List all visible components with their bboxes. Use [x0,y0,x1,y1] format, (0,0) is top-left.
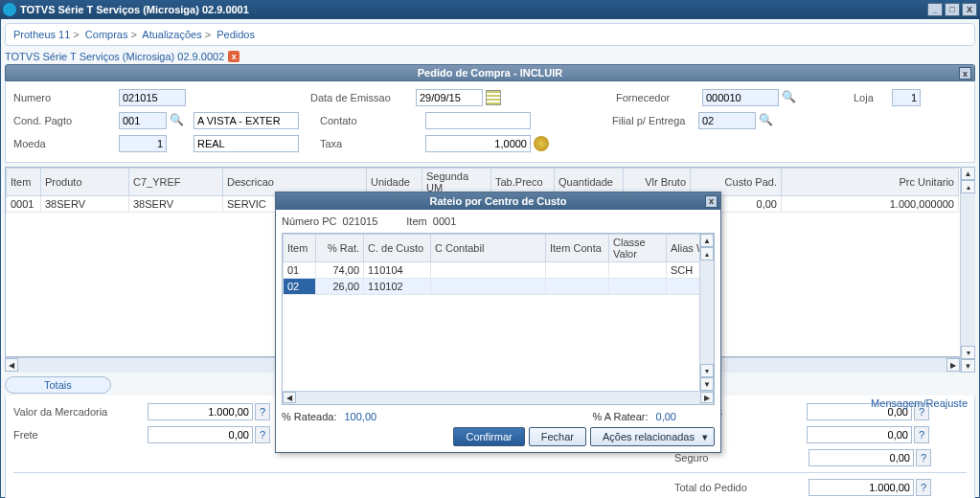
form-close-icon[interactable]: x [959,67,971,79]
cell-prcunit[interactable]: 1.000,000000 [782,196,959,213]
modal-confirmar-button[interactable]: Confirmar [453,427,524,446]
col-item[interactable]: Item [7,169,41,196]
mcol-itemconta[interactable]: Item Conta [546,235,609,262]
scroll-down2-icon[interactable]: ▾ [961,346,975,359]
col-prcunit[interactable]: Prc Unitario [782,169,959,196]
scroll-left-icon[interactable]: ◀ [5,358,18,372]
label-seguro: Seguro [674,452,809,464]
label-total: Total do Pedido [674,482,809,493]
cond-search-icon[interactable]: 🔍 [169,113,184,128]
filial-input[interactable] [698,112,756,129]
label-cond: Cond. Pagto [13,115,119,126]
fornecedor-search-icon[interactable]: 🔍 [781,90,796,105]
mcol-classe[interactable]: Classe Valor [609,235,667,262]
minimize-btn[interactable]: _ [927,3,943,16]
taxa-input[interactable] [425,135,531,152]
help-icon[interactable]: ? [916,479,931,496]
cond-desc [194,112,299,129]
label-loja: Loja [854,92,892,103]
label-data: Data de Emissao [310,92,416,103]
modal-header-row: Item % Rat. C. de Custo C Contabil Item … [284,235,714,262]
tab-label[interactable]: TOTVS Série T Serviços (Microsiga) 02.9.… [5,51,224,62]
crumb-3[interactable]: Pedidos [217,29,255,40]
crumb-2[interactable]: Atualizações [142,29,201,40]
label-frete: Frete [13,429,148,441]
label-moeda: Moeda [13,138,119,149]
scroll-up2-icon[interactable]: ▴ [961,180,975,193]
subtab-totais[interactable]: Totais [5,376,111,394]
help-icon[interactable]: ? [916,449,931,466]
label-mercadoria: Valor da Mercadoria [13,406,148,418]
mercadoria-value [148,403,253,420]
coins-icon [534,136,549,151]
close-window-btn[interactable]: X [962,3,977,16]
mcol-cc[interactable]: C. de Custo [364,235,431,262]
modal-grid[interactable]: Item % Rat. C. de Custo C Contabil Item … [282,233,715,405]
m-scroll-up2-icon[interactable]: ▴ [700,247,714,260]
grid-vscroll[interactable]: ▲ ▴ ▾ ▼ [960,167,975,373]
cell-produto[interactable]: 38SERV [41,196,129,213]
subtab-mensagem[interactable]: Mensagem/Reajuste [871,397,968,409]
tab-bar: TOTVS Série T Serviços (Microsiga) 02.9.… [5,51,975,62]
cell-c7yref[interactable]: 38SERV [129,196,223,213]
cell-item[interactable]: 0001 [7,196,41,213]
moeda-desc [194,135,299,152]
col-c7yref[interactable]: C7_YREF [129,169,223,196]
modal-acoes-button[interactable]: Ações relacionadas [590,427,715,446]
label-filial: Filial p/ Entrega [612,115,698,126]
maximize-btn[interactable]: □ [945,3,960,16]
scroll-up-icon[interactable]: ▲ [961,167,975,180]
moeda-input[interactable] [119,135,167,152]
numeropc-value: 021015 [343,215,378,227]
label-contato: Contato [320,115,425,126]
modal-hscroll[interactable]: ◀ ▶ [283,391,714,404]
label-modal-item: Item [406,215,426,227]
m-scroll-down2-icon[interactable]: ▾ [700,364,714,377]
form-panel: Numero Data de Emissao Fornecedor 🔍 Loja… [5,81,975,163]
mcol-ccont[interactable]: C Contabil [431,235,546,262]
crumb-1[interactable]: Compras [85,29,128,40]
modal-title: Rateio por Centro de Custo [429,195,566,207]
help-icon[interactable]: ? [914,426,929,443]
modal-fechar-button[interactable]: Fechar [529,427,586,446]
m-scroll-up-icon[interactable]: ▲ [700,234,714,247]
modal-buttons: Confirmar Fechar Ações relacionadas [282,427,715,446]
filial-search-icon[interactable]: 🔍 [758,113,773,128]
calendar-icon[interactable] [486,90,501,105]
tab-close-icon[interactable]: x [228,51,239,62]
label-numero: Numero [13,92,119,103]
window-title: TOTVS Série T Serviços (Microsiga) 02.9.… [20,4,249,15]
scroll-down-icon[interactable]: ▼ [961,359,975,373]
label-taxa: Taxa [320,138,425,149]
data-emissao-input[interactable] [416,89,483,106]
help-icon[interactable]: ? [255,403,270,420]
contato-input[interactable] [425,112,531,129]
cond-input[interactable] [119,112,167,129]
m-scroll-down-icon[interactable]: ▼ [700,377,714,391]
label-numeropc: Número PC [282,215,336,227]
help-icon[interactable]: ? [255,426,270,443]
loja-input[interactable] [892,89,921,106]
rateada-value: 100,00 [344,411,376,422]
fornecedor-input[interactable] [702,89,779,106]
modal-row-selected[interactable]: 02 26,00 110102 [284,279,714,295]
form-header-title: Pedido de Compra - INCLUIR [418,67,563,79]
label-aratear: % A Ratear: [592,411,648,422]
crumb-0[interactable]: Protheus 11 [13,29,70,40]
mcol-item[interactable]: Item [284,235,316,262]
total-value [809,479,914,496]
despesas-value [807,426,912,443]
m-scroll-left-icon[interactable]: ◀ [283,392,296,403]
m-scroll-right-icon[interactable]: ▶ [700,392,714,403]
window-title-bar: TOTVS Série T Serviços (Microsiga) 02.9.… [0,0,980,19]
modal-close-icon[interactable]: x [705,195,718,208]
seguro-value [809,449,914,466]
numero-input[interactable] [119,89,186,106]
scroll-right-icon[interactable]: ▶ [946,358,960,372]
label-fornecedor: Fornecedor [616,92,702,103]
modal-title-bar: Rateio por Centro de Custo x [276,192,720,210]
col-produto[interactable]: Produto [41,169,129,196]
modal-vscroll[interactable]: ▲ ▴ ▾ ▼ [699,234,714,391]
mcol-rat[interactable]: % Rat. [316,235,364,262]
modal-row[interactable]: 01 74,00 110104 SCH [284,262,714,279]
